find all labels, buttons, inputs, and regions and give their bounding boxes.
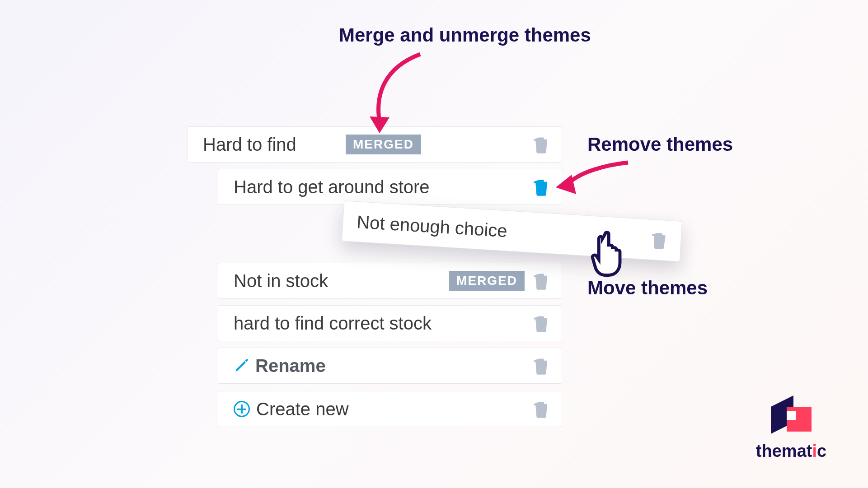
pencil-icon <box>234 358 249 373</box>
create-new-row[interactable]: Create new <box>218 391 562 427</box>
plus-circle-icon <box>234 401 250 417</box>
merged-badge[interactable]: MERGED <box>449 271 525 291</box>
theme-label: Not in stock <box>234 271 440 291</box>
callout-remove: Remove themes <box>587 134 733 155</box>
svg-rect-4 <box>787 411 796 420</box>
trash-icon[interactable] <box>534 135 549 153</box>
create-label: Create new <box>256 399 534 419</box>
trash-icon[interactable] <box>534 357 549 375</box>
trash-icon[interactable] <box>534 178 549 196</box>
rename-row[interactable]: Rename <box>218 348 562 384</box>
thematic-logo: thematic <box>746 395 836 461</box>
theme-row-hard-to-find-stock[interactable]: hard to find correct stock <box>218 305 562 341</box>
merged-badge[interactable]: MERGED <box>346 135 421 154</box>
arrow-merge <box>366 50 438 135</box>
trash-icon[interactable] <box>534 272 549 290</box>
arrow-remove <box>554 160 630 201</box>
theme-label: hard to find correct stock <box>234 313 534 334</box>
rename-label: Rename <box>255 356 326 376</box>
theme-row-not-in-stock[interactable]: Not in stock MERGED <box>218 263 562 299</box>
trash-icon[interactable] <box>534 400 549 418</box>
theme-row-hard-to-get-around[interactable]: Hard to get around store <box>218 169 562 205</box>
svg-marker-0 <box>370 116 389 133</box>
callout-merge: Merge and unmerge themes <box>339 24 591 46</box>
trash-icon[interactable] <box>534 314 549 332</box>
trash-icon[interactable] <box>651 231 667 250</box>
callout-move: Move themes <box>587 277 708 299</box>
hand-cursor-icon <box>590 228 630 278</box>
logo-text: thematic <box>746 442 836 461</box>
logo-mark-icon <box>762 395 821 436</box>
theme-label: Hard to get around store <box>234 177 534 197</box>
